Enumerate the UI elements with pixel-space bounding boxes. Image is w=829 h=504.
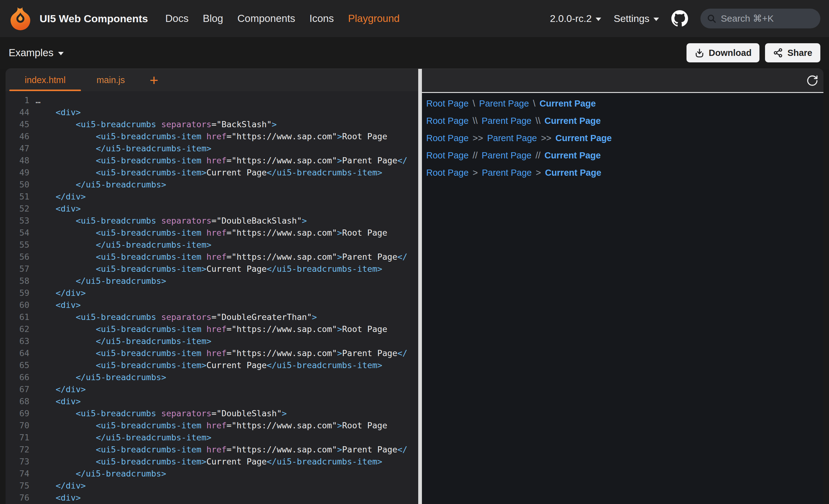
refresh-icon[interactable] bbox=[806, 74, 819, 87]
line-number: 61 bbox=[6, 311, 29, 323]
code-line-44: 44 <div> bbox=[6, 106, 418, 118]
version-dropdown[interactable]: 2.0.0-rc.2 bbox=[550, 13, 601, 25]
code-line-content: <ui5-breadcrumbs-item href="https://www.… bbox=[36, 154, 407, 166]
breadcrumb-current: Current Page bbox=[539, 99, 596, 109]
breadcrumb-link[interactable]: Parent Page bbox=[479, 99, 529, 109]
code-line-66: 66 </ui5-breadcrumbs> bbox=[6, 371, 418, 383]
share-icon bbox=[773, 48, 783, 58]
code-line-content: </div> bbox=[36, 191, 86, 203]
breadcrumb-link[interactable]: Root Page bbox=[426, 116, 469, 126]
nav-link-docs[interactable]: Docs bbox=[166, 13, 188, 25]
line-number: 73 bbox=[6, 456, 29, 468]
editor-tab-index.html[interactable]: index.html bbox=[9, 69, 81, 91]
line-number: 55 bbox=[6, 239, 29, 251]
breadcrumb-separator: // bbox=[473, 150, 477, 161]
search-input[interactable] bbox=[720, 13, 814, 24]
editor-tab-main.js[interactable]: main.js bbox=[81, 69, 140, 91]
line-number: 74 bbox=[6, 468, 29, 479]
line-number: 69 bbox=[6, 408, 29, 419]
code-line-75: 75 </div> bbox=[6, 479, 418, 492]
breadcrumbs-row-5: Root Page>Parent Page>Current Page bbox=[426, 164, 823, 181]
breadcrumb-current: Current Page bbox=[555, 133, 612, 143]
line-number: 56 bbox=[6, 251, 29, 263]
code-line-62: 62 <ui5-breadcrumbs-item href="https://w… bbox=[6, 323, 418, 335]
line-number: 58 bbox=[6, 275, 29, 287]
line-number: 67 bbox=[6, 383, 29, 395]
code-line-content: </div> bbox=[36, 479, 86, 492]
settings-dropdown[interactable]: Settings bbox=[614, 13, 659, 25]
line-number: 53 bbox=[6, 215, 29, 227]
share-button[interactable]: Share bbox=[765, 43, 820, 63]
breadcrumb-link[interactable]: Root Page bbox=[426, 99, 469, 109]
code-line-content: </ui5-breadcrumbs> bbox=[36, 468, 166, 479]
code-line-54: 54 <ui5-breadcrumbs-item href="https://w… bbox=[6, 227, 418, 239]
playground-toolbar: Examples Download Share bbox=[0, 37, 829, 69]
editor-tabbar: index.htmlmain.js + bbox=[6, 69, 418, 91]
breadcrumb-link[interactable]: Parent Page bbox=[482, 168, 532, 178]
code-line-content: </ui5-breadcrumbs-item> bbox=[36, 431, 211, 443]
code-line-61: 61 <ui5-breadcrumbs separators="DoubleGr… bbox=[6, 311, 418, 323]
breadcrumb-separator: > bbox=[536, 168, 541, 178]
code-line-content: <ui5-breadcrumbs-item href="https://www.… bbox=[36, 130, 387, 142]
code-line-content: <div> bbox=[36, 395, 81, 408]
code-line-55: 55 </ui5-breadcrumbs-item> bbox=[6, 239, 418, 251]
line-number: 60 bbox=[6, 299, 29, 311]
breadcrumb-link[interactable]: Root Page bbox=[426, 150, 469, 161]
line-number: 62 bbox=[6, 323, 29, 335]
ui5-logo-icon[interactable] bbox=[9, 7, 32, 30]
breadcrumb-separator: \\ bbox=[473, 116, 477, 126]
navbar-right: 2.0.0-rc.2 Settings bbox=[550, 9, 820, 29]
code-line-49: 49 <ui5-breadcrumbs-item>Current Page</u… bbox=[6, 166, 418, 179]
breadcrumb-separator: \\ bbox=[535, 116, 540, 126]
breadcrumb-separator: \ bbox=[533, 99, 535, 109]
line-number: 76 bbox=[6, 492, 29, 504]
breadcrumb-link[interactable]: Parent Page bbox=[481, 116, 531, 126]
code-line-46: 46 <ui5-breadcrumbs-item href="https://w… bbox=[6, 130, 418, 142]
pane-splitter[interactable] bbox=[418, 69, 422, 504]
nav-link-playground[interactable]: Playground bbox=[348, 13, 400, 25]
chevron-down-icon bbox=[653, 17, 659, 21]
code-line-64: 64 <ui5-breadcrumbs-item href="https://w… bbox=[6, 347, 418, 359]
breadcrumb-link[interactable]: Root Page bbox=[426, 133, 469, 143]
code-line-content: <ui5-breadcrumbs-item href="https://www.… bbox=[36, 443, 407, 456]
examples-dropdown[interactable]: Examples bbox=[9, 47, 64, 59]
line-number: 65 bbox=[6, 359, 29, 371]
code-line-content: </ui5-breadcrumbs-item> bbox=[36, 239, 211, 251]
code-line-70: 70 <ui5-breadcrumbs-item href="https://w… bbox=[6, 419, 418, 431]
line-number: 64 bbox=[6, 347, 29, 359]
github-icon[interactable] bbox=[671, 10, 688, 27]
code-line-65: 65 <ui5-breadcrumbs-item>Current Page</u… bbox=[6, 359, 418, 371]
code-line-1: 1… bbox=[6, 94, 418, 106]
add-tab-button[interactable]: + bbox=[140, 69, 168, 91]
breadcrumb-link[interactable]: Parent Page bbox=[481, 150, 531, 161]
line-number: 72 bbox=[6, 443, 29, 456]
brand-title[interactable]: UI5 Web Components bbox=[40, 13, 148, 25]
breadcrumbs-row-2: Root Page\\Parent Page\\Current Page bbox=[426, 112, 823, 129]
code-line-71: 71 </ui5-breadcrumbs-item> bbox=[6, 431, 418, 443]
breadcrumb-link[interactable]: Parent Page bbox=[487, 133, 537, 143]
nav-link-icons[interactable]: Icons bbox=[310, 13, 334, 25]
share-label: Share bbox=[787, 48, 812, 58]
breadcrumb-separator: > bbox=[473, 168, 478, 178]
navbar: UI5 Web Components DocsBlogComponentsIco… bbox=[0, 0, 829, 37]
code-line-content: <ui5-breadcrumbs separators="DoubleGreat… bbox=[36, 311, 317, 323]
code-line-content: <ui5-breadcrumbs-item href="https://www.… bbox=[36, 251, 407, 263]
line-number: 47 bbox=[6, 142, 29, 154]
breadcrumb-link[interactable]: Root Page bbox=[426, 168, 469, 178]
line-number: 59 bbox=[6, 287, 29, 299]
nav-link-components[interactable]: Components bbox=[238, 13, 295, 25]
search-box[interactable] bbox=[700, 9, 820, 29]
line-number: 71 bbox=[6, 431, 29, 443]
code-editor[interactable]: 1…44 <div>45 <ui5-breadcrumbs separators… bbox=[6, 91, 418, 504]
breadcrumb-separator: \ bbox=[473, 99, 475, 109]
code-line-56: 56 <ui5-breadcrumbs-item href="https://w… bbox=[6, 251, 418, 263]
code-line-48: 48 <ui5-breadcrumbs-item href="https://w… bbox=[6, 154, 418, 166]
breadcrumbs-row-1: Root Page\Parent Page\Current Page bbox=[426, 95, 823, 112]
breadcrumb-current: Current Page bbox=[545, 116, 601, 126]
line-number: 66 bbox=[6, 371, 29, 383]
breadcrumb-separator: >> bbox=[473, 133, 483, 143]
code-line-content: <ui5-breadcrumbs-item href="https://www.… bbox=[36, 419, 387, 431]
nav-link-blog[interactable]: Blog bbox=[203, 13, 223, 25]
line-number: 45 bbox=[6, 118, 29, 130]
download-button[interactable]: Download bbox=[686, 43, 760, 63]
